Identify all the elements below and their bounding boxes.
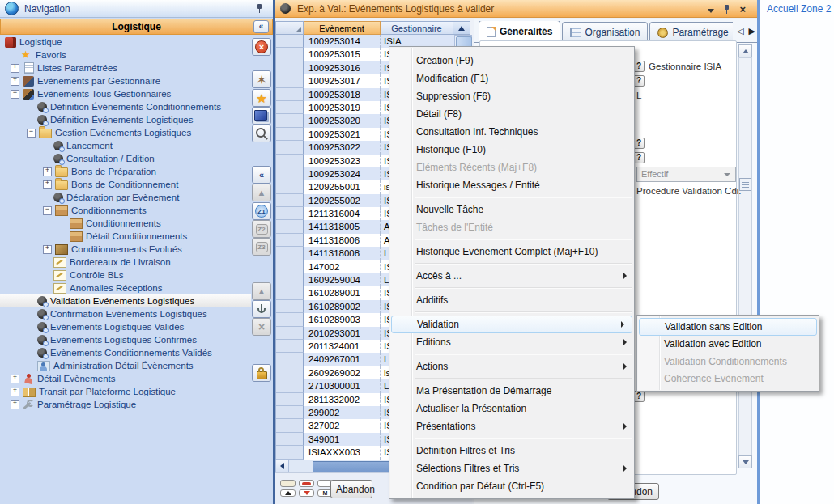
evenement-cell[interactable]: 1009253015 [304,48,381,61]
row-selector-cell[interactable] [276,88,304,101]
column-header-evenement[interactable]: Evènement [304,21,381,35]
evenement-cell[interactable]: 1009253023 [304,155,381,167]
pin-icon[interactable] [256,3,263,14]
row-selector-cell[interactable] [276,366,304,379]
grid-scroll-up-button[interactable] [453,21,470,35]
menu-item[interactable]: Sélections Filtres et Tris [389,460,634,477]
evenement-cell[interactable]: 1609259004 [304,273,381,286]
tab-g-n-ralit-s[interactable]: Généralités [479,21,560,42]
panel-scrollbar-track[interactable] [738,57,752,455]
row-selector-cell[interactable] [276,234,304,247]
tree-item[interactable]: −Gestion Evénements Logistiques [0,126,251,139]
toolbar-compass-button[interactable]: ✶ [252,70,271,88]
evenement-cell[interactable]: 2811332002 [304,393,381,406]
row-selector-cell[interactable] [276,379,304,392]
menu-item[interactable]: Additifs [389,291,634,309]
toolbar-favorites-button[interactable]: ★ [252,89,271,107]
hscroll-left-button[interactable] [276,460,289,472]
evenement-cell[interactable]: 1009253014 [304,35,381,48]
menu-item[interactable]: Condition par Défaut (Ctrl-F5) [389,477,634,495]
lookup-button-3[interactable]: ? [633,138,645,149]
evenement-cell[interactable]: 1009253018 [304,88,381,101]
toolbar-collapse-button[interactable]: « [252,166,271,184]
row-selector-cell[interactable] [276,74,304,87]
evenement-cell[interactable]: 1009253021 [304,128,381,141]
expand-icon[interactable]: + [43,245,52,254]
menu-item[interactable]: Historique (F10) [389,141,634,159]
tree-item[interactable]: Bordereaux de Livraison [0,256,251,269]
menu-item[interactable]: Définition Filtres et Tris [389,442,634,460]
tree-item[interactable]: Favoris [0,49,251,61]
evenement-cell[interactable]: 1009253017 [304,74,381,87]
row-selector-cell[interactable] [276,155,304,167]
window-close-icon[interactable]: × [739,5,746,15]
row-selector-cell[interactable] [276,446,304,459]
tree-item[interactable]: +Conditionnements Evolués [0,243,251,256]
expand-icon[interactable]: + [11,400,19,409]
row-selector-cell[interactable] [276,180,304,193]
row-selector-cell[interactable] [276,101,304,114]
collapse-icon[interactable]: − [43,206,52,215]
expand-icon[interactable]: + [11,64,19,73]
abandon-button[interactable]: Abandon [330,480,372,498]
tree-item[interactable]: Validation Evénements Logistiques [0,294,251,307]
panel-scrollbar-thumb[interactable] [739,178,751,191]
evenement-cell[interactable]: 1209255001 [304,180,381,193]
collapse-panel-button[interactable]: « [253,20,269,33]
menu-item[interactable]: Actualiser la Présentation [389,400,634,417]
evenement-cell[interactable]: 1411318006 [304,234,381,247]
row-selector-cell[interactable] [276,433,304,446]
record-down-button[interactable] [299,489,314,497]
menu-item[interactable]: Ma Présentation de Démarrage [389,382,634,400]
evenement-cell[interactable]: 147002 [304,260,381,273]
tab-scroll-left-icon[interactable]: ◁ [737,26,743,36]
collapse-icon[interactable]: − [27,129,36,138]
row-selector-cell[interactable] [276,340,304,353]
tab-organisation[interactable]: Organisation [562,22,648,42]
toolbar-zone1-button[interactable]: Z1 [252,202,271,220]
tree-item[interactable]: Anomalies Réceptions [0,282,251,294]
row-selector-cell[interactable] [276,141,304,154]
tree-item[interactable]: +Paramétrage Logistique [0,398,251,411]
row-selector-cell[interactable] [276,35,304,48]
tree-item[interactable]: Evènements Conditionnements Validés [0,346,251,359]
tree-item[interactable]: +Bons de Conditionnement [0,178,251,191]
expand-icon[interactable]: + [11,77,19,86]
row-selector-cell[interactable] [276,393,304,406]
row-selector-cell[interactable] [276,353,304,366]
evenement-cell[interactable]: 1209255002 [304,194,381,207]
toolbar-lock-button[interactable] [252,364,271,382]
tree-item[interactable]: Définition Événements Conditionnements [0,100,251,113]
menu-item[interactable]: Validation sans Edition [639,318,817,336]
row-selector-cell[interactable] [276,194,304,207]
evenement-cell[interactable]: 1009253022 [304,141,381,154]
menu-item[interactable]: Accès à ... [389,267,634,285]
row-selector-cell[interactable] [276,313,304,326]
tab-param-trage[interactable]: Paramétrage [649,22,733,42]
tree-item[interactable]: −Evènements Tous Gestionnaires [0,87,251,100]
evenement-cell[interactable]: 1610289001 [304,286,381,299]
menu-item[interactable]: Suppression (F6) [389,87,634,105]
lookup-button-1[interactable]: ? [633,61,645,72]
expand-icon[interactable]: + [43,180,52,189]
tree-item[interactable]: Déclaration par Evènement [0,191,251,204]
tree-item[interactable]: Détail Conditionnements [0,230,251,243]
tree-item[interactable]: +Evènements par Gestionnaire [0,74,251,87]
row-selector-cell[interactable] [276,286,304,299]
menu-item[interactable]: Validation avec Edition [637,336,819,354]
evenement-cell[interactable]: 2609269002 [304,366,381,379]
tree-item[interactable]: Evénements Logistiques Confirmés [0,333,251,346]
tree-item[interactable]: Logistique [0,36,251,49]
row-selector-cell[interactable] [276,128,304,141]
tree-item[interactable]: Contrôle BLs [0,269,251,282]
evenement-cell[interactable]: 1610289003 [304,313,381,326]
row-selector-cell[interactable] [276,406,304,419]
row-selector-cell[interactable] [276,114,304,127]
evenement-cell[interactable]: 299002 [304,406,381,419]
tree-item[interactable]: +Transit par Plateforme Logistique [0,385,251,398]
record-first-button[interactable] [280,480,296,487]
evenement-cell[interactable]: 1211316004 [304,207,381,220]
row-selector-cell[interactable] [276,207,304,220]
row-selector-cell[interactable] [276,300,304,313]
lookup-button-5[interactable]: ? [633,391,645,402]
